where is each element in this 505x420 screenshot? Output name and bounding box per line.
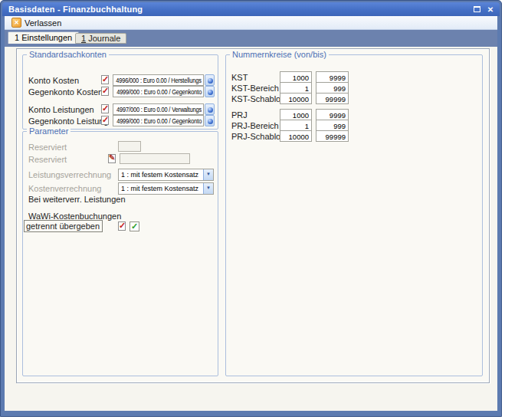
tab-journale[interactable]: 1 Journale	[75, 33, 126, 44]
dropdown-button[interactable]: ▼	[203, 169, 213, 180]
prj-to-field[interactable]: 9999	[316, 109, 349, 120]
group-standardsachkonten-title: Standardsachkonten	[27, 50, 109, 59]
konto-kosten-value: 4996/000 : Euro 0.00 / Herstellungs	[116, 77, 202, 84]
numrange-label: PRJ	[231, 110, 248, 120]
kst-bereich-from-field[interactable]: 1	[280, 82, 312, 94]
window-body: ✕ Verlassen 1 Einstellungen 1 Journale S…	[5, 16, 497, 411]
kst-to-field[interactable]: 9999	[316, 71, 349, 83]
getrennt-uebergeben-checkbox[interactable]: ✓	[130, 221, 139, 231]
red-check-glyph: ✓	[102, 103, 109, 113]
field-label: Konto Kosten	[28, 76, 79, 85]
tab-einstellungen[interactable]: 1 Einstellungen	[8, 31, 79, 44]
group-nummernkreise-title: Nummernkreise (von/bis)	[230, 50, 329, 59]
lookup-button[interactable]	[205, 74, 215, 86]
red-check-glyph: ✓	[119, 220, 126, 231]
kst-schablone-from-field[interactable]: 10000	[280, 93, 312, 104]
exit-button[interactable]: ✕ Verlassen	[8, 17, 65, 28]
lookup-ball-icon	[208, 107, 213, 113]
numrange-row-prj-schablone: PRJ-Schablone 10000 99999	[226, 130, 482, 142]
field-label: Konto Leistungen	[28, 105, 94, 114]
prj-bereich-from-field[interactable]: 1	[280, 120, 312, 131]
tab-page: Standardsachkonten Konto Kosten ✓ 4996/0…	[5, 47, 497, 411]
toolbar: ✕ Verlassen	[5, 16, 497, 30]
numrange-label: KST	[231, 73, 248, 82]
kst-from-field[interactable]: 1000	[280, 71, 312, 83]
prj-bereich-to-field[interactable]: 999	[316, 120, 349, 131]
numrange-row-prj-bereich: PRJ-Bereich 1 999	[226, 120, 482, 131]
red-check-glyph: ✓	[102, 114, 109, 125]
account-row-gegenkonto-kosten: Gegenkonto Kosten ✓ 4999/000 : Euro 0.00…	[23, 86, 218, 97]
reserviert1-label: Reserviert	[28, 143, 67, 152]
document-check-icon[interactable]: ✓	[100, 74, 110, 85]
numrange-row-kst-bereich: KST-Bereich 1 999	[226, 82, 482, 94]
window-controls: ✕	[473, 5, 495, 14]
pencil-glyph: ✎	[109, 153, 115, 163]
kst-schablone-to-field[interactable]: 99999	[316, 93, 349, 104]
window-title: Basisdaten - Finanzbuchhaltung	[8, 5, 473, 14]
lookup-button[interactable]	[205, 103, 215, 115]
document-check-icon[interactable]: ✓	[100, 103, 110, 114]
reserviert2-field[interactable]	[120, 153, 190, 164]
chevron-down-icon: ▼	[206, 185, 211, 190]
group-parameter: Parameter Reserviert Reserviert ✎ Leistu…	[22, 131, 218, 376]
red-check-glyph: ✓	[102, 85, 109, 96]
gegenkonto-leistung-field[interactable]: 4999/000 : Euro 0.00 / Gegenkonto	[113, 115, 204, 126]
document-check-icon[interactable]: ✓	[100, 86, 110, 97]
leistungsverrechnung-label: Leistungsverrechnung	[28, 170, 111, 179]
gegenkonto-kosten-value: 4999/000 : Euro 0.00 / Gegenkonto	[116, 88, 202, 96]
edit-note-icon[interactable]: ✎	[107, 153, 117, 164]
red-check-glyph: ✓	[102, 74, 109, 84]
dropdown-button[interactable]: ▼	[203, 183, 213, 194]
kst-bereich-to-field[interactable]: 999	[316, 82, 349, 94]
kostenverrechnung-row: Kostenverrechnung 1 : mit festem Kostens…	[23, 182, 218, 194]
document-check-icon[interactable]: ✓	[117, 221, 127, 231]
lookup-ball-icon	[208, 119, 213, 124]
weiterverr-label: Bei weiterverr. Leistungen	[28, 195, 126, 204]
exit-button-label: Verlassen	[25, 18, 61, 28]
leistungsverrechnung-row: Leistungsverrechnung 1 : mit festem Kost…	[23, 169, 218, 180]
gegenkonto-leistung-value: 4999/000 : Euro 0.00 / Gegenkonto	[116, 117, 202, 125]
account-row-konto-kosten: Konto Kosten ✓ 4996/000 : Euro 0.00 / He…	[23, 74, 218, 86]
field-label: Gegenkonto Kosten	[28, 87, 103, 97]
titlebar[interactable]: Basisdaten - Finanzbuchhaltung ✕	[2, 2, 500, 16]
numrange-label: KST-Bereich	[231, 84, 279, 93]
lookup-ball-icon	[208, 90, 213, 95]
field-label: Gegenkonto Leistung	[28, 116, 109, 126]
lookup-button[interactable]	[205, 86, 215, 97]
konto-leistungen-field[interactable]: 4997/000 : Euro 0.00 / Verwaltungs	[113, 103, 204, 115]
chevron-down-icon: ▼	[206, 172, 211, 176]
green-check-glyph: ✓	[131, 221, 138, 231]
leistungsverrechnung-select[interactable]: 1 : mit festem Kostensatz ▼	[118, 169, 214, 181]
restore-icon[interactable]	[473, 5, 482, 14]
numrange-row-kst: KST 1000 9999	[226, 71, 482, 83]
numrange-label: PRJ-Bereich	[231, 121, 279, 130]
prj-schablone-to-field[interactable]: 99999	[316, 130, 349, 142]
window: Basisdaten - Finanzbuchhaltung ✕ ✕ Verla…	[0, 0, 502, 417]
tab-einstellungen-label: 1 Einstellungen	[15, 33, 72, 42]
group-parameter-title: Parameter	[27, 126, 71, 136]
reserviert2-label: Reserviert	[28, 155, 67, 164]
reserviert1-field[interactable]	[118, 141, 141, 152]
tab-strip: 1 Einstellungen 1 Journale	[5, 30, 497, 47]
document-check-icon[interactable]: ✓	[100, 115, 110, 126]
leistungsverrechnung-value: 1 : mit festem Kostensatz	[121, 171, 198, 179]
lookup-button[interactable]	[205, 115, 215, 126]
close-icon[interactable]: ✕	[486, 5, 495, 14]
numrange-row-prj: PRJ 1000 9999	[226, 109, 482, 120]
group-standardsachkonten: Standardsachkonten Konto Kosten ✓ 4996/0…	[22, 54, 218, 130]
getrennt-uebergeben-label: getrennt übergeben	[24, 220, 103, 232]
weiterverr-row: Bei weiterverr. Leistungen	[23, 193, 218, 205]
exit-icon: ✕	[11, 18, 21, 28]
lookup-ball-icon	[208, 78, 213, 84]
account-row-konto-leistungen: Konto Leistungen ✓ 4997/000 : Euro 0.00 …	[23, 103, 218, 115]
kostenverrechnung-value: 1 : mit festem Kostensatz	[121, 185, 198, 192]
prj-schablone-from-field[interactable]: 10000	[280, 130, 312, 142]
kostenverrechnung-label: Kostenverrechnung	[28, 184, 101, 193]
gegenkonto-kosten-field[interactable]: 4999/000 : Euro 0.00 / Gegenkonto	[113, 86, 204, 97]
prj-from-field[interactable]: 1000	[280, 109, 312, 120]
group-nummernkreise: Nummernkreise (von/bis) KST 1000 9999 KS…	[225, 54, 483, 376]
konto-kosten-field[interactable]: 4996/000 : Euro 0.00 / Herstellungs	[113, 74, 204, 86]
getrennt-row: getrennt übergeben ✓ ✓	[23, 220, 218, 233]
reserved-row-2: Reserviert ✎	[23, 153, 218, 165]
konto-leistungen-value: 4997/000 : Euro 0.00 / Verwaltungs	[116, 106, 202, 113]
